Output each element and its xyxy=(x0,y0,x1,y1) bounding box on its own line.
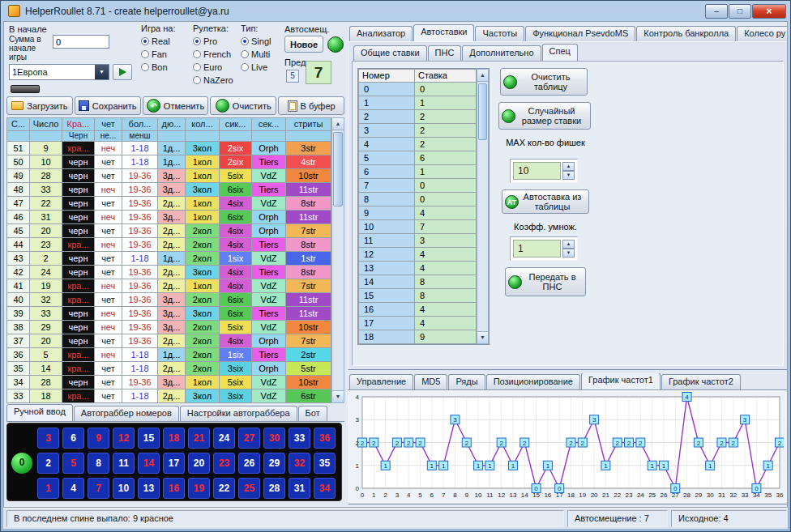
radio-option-live[interactable]: Live xyxy=(241,61,283,73)
left-tab-1[interactable]: Автограббер номеров xyxy=(74,406,179,421)
board-cell-20[interactable]: 20 xyxy=(188,453,210,474)
board-cell-31[interactable]: 31 xyxy=(289,478,310,499)
radio-option-euro[interactable]: Euro xyxy=(193,61,238,73)
board-cell-6[interactable]: 6 xyxy=(62,428,84,449)
chart-tab-5[interactable]: График частот2 xyxy=(661,374,741,389)
main-tab-4[interactable]: Контроль банкролла xyxy=(636,26,736,41)
board-cell-8[interactable]: 8 xyxy=(88,453,109,474)
board-cell-4[interactable]: 4 xyxy=(62,478,84,499)
board-cell-19[interactable]: 19 xyxy=(188,478,210,499)
game-select[interactable]: 1Европа ▼ xyxy=(9,64,109,80)
bet-value-cell[interactable]: 0 xyxy=(415,178,477,192)
board-cell-36[interactable]: 36 xyxy=(314,428,336,449)
scroll-up-icon[interactable]: ▲ xyxy=(332,118,344,130)
board-cell-23[interactable]: 23 xyxy=(213,453,235,474)
minimize-button[interactable]: – xyxy=(705,4,728,19)
board-cell-28[interactable]: 28 xyxy=(263,478,285,499)
chevron-down-icon[interactable]: ▼ xyxy=(95,65,109,79)
board-cell-18[interactable]: 18 xyxy=(163,428,185,449)
board-cell-27[interactable]: 27 xyxy=(238,428,260,449)
board-cell-33[interactable]: 33 xyxy=(289,428,310,449)
board-cell-zero[interactable]: 0 xyxy=(11,453,32,474)
board-cell-3[interactable]: 3 xyxy=(37,428,59,449)
coef-up-icon[interactable]: ▲ xyxy=(562,240,575,249)
left-tab-0[interactable]: Ручной ввод xyxy=(6,404,73,421)
board-cell-16[interactable]: 16 xyxy=(163,478,185,499)
main-tab-2[interactable]: Частоты xyxy=(475,26,524,41)
bet-value-cell[interactable]: 4 xyxy=(415,206,477,219)
bet-value-cell[interactable]: 4 xyxy=(415,316,477,330)
board-cell-7[interactable]: 7 xyxy=(88,478,109,499)
max-chips-down-icon[interactable]: ▼ xyxy=(562,171,575,180)
board-cell-14[interactable]: 14 xyxy=(138,453,160,474)
bet-value-cell[interactable]: 8 xyxy=(415,275,477,288)
bet-value-cell[interactable]: 6 xyxy=(415,151,477,164)
scroll-thumb[interactable] xyxy=(478,83,487,140)
main-tab-5[interactable]: Колесо ру xyxy=(737,26,788,41)
scroll-thumb[interactable] xyxy=(333,132,343,206)
board-cell-21[interactable]: 21 xyxy=(188,428,210,449)
radio-option-fan[interactable]: Fan xyxy=(141,48,190,60)
chart-tab-0[interactable]: Управление xyxy=(349,374,413,389)
bet-value-cell[interactable]: 2 xyxy=(415,137,477,151)
sub-tab-2[interactable]: Дополнительно xyxy=(462,45,541,61)
load-button[interactable]: Загрузить xyxy=(6,96,73,115)
board-cell-34[interactable]: 34 xyxy=(314,478,336,499)
bet-value-cell[interactable]: 1 xyxy=(415,96,477,109)
clear-button[interactable]: Очистить xyxy=(210,96,276,115)
scroll-down-icon[interactable]: ▼ xyxy=(332,390,344,402)
close-button[interactable]: × xyxy=(752,4,786,19)
max-chips-input[interactable]: 10 xyxy=(513,162,561,180)
board-cell-1[interactable]: 1 xyxy=(37,478,59,499)
board-cell-25[interactable]: 25 xyxy=(238,478,260,499)
bet-value-cell[interactable]: 7 xyxy=(415,219,477,233)
board-cell-12[interactable]: 12 xyxy=(113,428,135,449)
coef-down-icon[interactable]: ▼ xyxy=(562,249,575,257)
radio-option-singl[interactable]: Singl xyxy=(241,35,283,47)
play-button[interactable] xyxy=(113,64,132,80)
radio-option-multi[interactable]: Multi xyxy=(241,48,283,60)
maximize-button[interactable]: □ xyxy=(729,4,751,19)
chart-tab-3[interactable]: Позиционирование xyxy=(486,374,580,389)
board-cell-35[interactable]: 35 xyxy=(314,453,336,474)
chart-tab-4[interactable]: График частот1 xyxy=(581,373,661,389)
bet-value-cell[interactable]: 2 xyxy=(415,123,477,137)
spin-table-scrollbar[interactable]: ▲▼ xyxy=(331,117,344,403)
autobet-from-table-button[interactable]: АТАвтоставка из таблицы xyxy=(502,189,589,214)
board-cell-15[interactable]: 15 xyxy=(138,428,160,449)
board-cell-22[interactable]: 22 xyxy=(213,478,235,499)
left-tab-2[interactable]: Настройки автограббера xyxy=(180,406,297,421)
bet-value-cell[interactable]: 4 xyxy=(415,302,477,316)
radio-option-bon[interactable]: Bon xyxy=(141,61,190,73)
sub-tab-0[interactable]: Общие ставки xyxy=(353,45,427,61)
max-chips-up-icon[interactable]: ▲ xyxy=(562,162,575,171)
start-sum-input[interactable] xyxy=(53,35,109,49)
chart-tab-1[interactable]: MD5 xyxy=(414,374,447,389)
sub-tab-3[interactable]: Спец xyxy=(542,44,578,61)
coef-input[interactable]: 1 xyxy=(513,240,561,257)
copy-buffer-button[interactable]: В буфер xyxy=(278,96,344,115)
chart-tab-2[interactable]: Ряды xyxy=(448,374,485,389)
bet-value-cell[interactable]: 1 xyxy=(415,164,477,178)
collapse-button[interactable] xyxy=(11,85,40,93)
sub-tab-1[interactable]: ПНС xyxy=(428,45,462,61)
bet-value-cell[interactable]: 8 xyxy=(415,288,477,302)
board-cell-13[interactable]: 13 xyxy=(138,478,160,499)
left-tab-3[interactable]: Бот xyxy=(298,406,327,421)
board-cell-29[interactable]: 29 xyxy=(263,453,285,474)
main-tab-3[interactable]: Функционал PsevdoMS xyxy=(525,26,635,41)
board-cell-30[interactable]: 30 xyxy=(263,428,285,449)
bet-value-cell[interactable]: 0 xyxy=(415,82,477,96)
transfer-pns-button[interactable]: Передать в ПНС xyxy=(505,267,586,296)
random-bet-size-button[interactable]: Случайный размер ставки xyxy=(498,102,591,130)
main-tab-1[interactable]: Автоставки xyxy=(413,24,474,41)
bets-table-scrollbar[interactable]: ▲▼ xyxy=(477,69,489,344)
board-cell-9[interactable]: 9 xyxy=(88,428,109,449)
board-cell-32[interactable]: 32 xyxy=(289,453,310,474)
scroll-down-icon[interactable]: ▼ xyxy=(477,331,488,343)
save-button[interactable]: Сохранить xyxy=(75,96,141,115)
bet-value-cell[interactable]: 9 xyxy=(415,330,477,343)
clear-table-button[interactable]: Очистить таблицу xyxy=(500,68,588,96)
autoshift-orb-button[interactable] xyxy=(327,36,344,53)
bet-value-cell[interactable]: 2 xyxy=(415,109,477,123)
